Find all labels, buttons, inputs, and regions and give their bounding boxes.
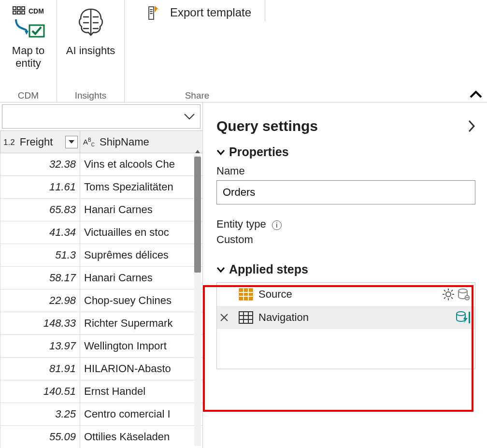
entity-type-label: Entity type i (216, 218, 475, 231)
step-name-label: Source (258, 288, 437, 301)
column-name-freight: Freight (20, 136, 53, 148)
query-settings-title: Query settings (216, 118, 318, 134)
table-row[interactable]: 140.51Ernst Handel (0, 380, 203, 403)
table-row[interactable]: 32.38Vins et alcools Che (0, 153, 203, 176)
column-header-freight[interactable]: 1.2 Freight (0, 131, 80, 153)
applied-step-source[interactable]: Source (217, 283, 475, 306)
data-table-wrap: 1.2 Freight ABC ShipName 32.38Vin (0, 130, 202, 448)
info-icon[interactable]: i (272, 220, 282, 230)
svg-text:CDM: CDM (29, 7, 44, 15)
dynamic-source-icon (456, 311, 470, 324)
collapse-ribbon-button[interactable] (470, 90, 482, 99)
svg-rect-2 (22, 7, 25, 10)
query-settings-pane: Query settings Properties Name Entity ty… (203, 102, 487, 448)
chevron-right-icon[interactable] (468, 120, 475, 132)
divider (265, 0, 265, 21)
svg-rect-1 (17, 7, 20, 10)
ai-insights-button[interactable]: AI insights (64, 1, 117, 57)
query-name-input[interactable] (216, 180, 475, 204)
map-to-entity-icon: CDM (9, 3, 48, 42)
table-row[interactable]: 3.25Centro comercial I (0, 403, 203, 426)
svg-rect-4 (17, 11, 20, 14)
properties-section-toggle[interactable]: Properties (216, 145, 475, 159)
brain-icon (72, 3, 110, 42)
delete-step-button[interactable] (220, 313, 233, 322)
column-name-shipname: ShipName (100, 136, 149, 148)
ribbon-group-cdm: CDM Map to entity CDM (0, 0, 57, 102)
ai-insights-label: AI insights (66, 44, 115, 57)
name-label: Name (216, 165, 475, 177)
formula-bar[interactable] (2, 104, 201, 129)
ribbon-group-label-share: Share (185, 90, 210, 102)
export-template-icon (146, 3, 165, 22)
svg-rect-12 (239, 289, 253, 300)
export-template-button[interactable]: Export template (141, 1, 253, 22)
table-row[interactable]: 22.98Chop-suey Chines (0, 289, 203, 312)
table-row[interactable]: 81.91HILARION-Abasto (0, 358, 203, 380)
map-to-entity-label: Map to entity (4, 44, 53, 70)
decimal-type-icon: 1.2 (3, 138, 15, 147)
applied-steps-header: Applied steps (229, 262, 308, 276)
table-row[interactable]: 58.17Hanari Carnes (0, 267, 203, 289)
gear-icon[interactable] (442, 288, 455, 301)
table-row[interactable]: 41.34Victuailles en stoc (0, 221, 203, 244)
table-row[interactable]: 55.09Ottilies Käseladen (0, 426, 203, 448)
svg-point-26 (458, 289, 467, 293)
entity-type-value: Custom (216, 233, 475, 246)
table-row[interactable]: 11.61Toms Spezialitäten (0, 176, 203, 199)
step-name-label: Navigation (258, 311, 451, 324)
table-icon (238, 311, 254, 324)
svg-line-25 (451, 290, 453, 291)
chevron-down-icon (216, 149, 225, 156)
vertical-scrollbar[interactable] (194, 155, 201, 446)
svg-rect-5 (22, 11, 25, 14)
column-filter-freight[interactable] (65, 136, 78, 148)
svg-point-17 (446, 292, 451, 297)
data-preview-pane: 1.2 Freight ABC ShipName 32.38Vin (0, 102, 203, 448)
data-table[interactable]: 1.2 Freight ABC ShipName 32.38Vin (0, 130, 202, 448)
applied-steps-list: Source (216, 282, 475, 369)
chevron-down-icon[interactable] (184, 113, 195, 120)
table-row[interactable]: 51.3Suprêmes délices (0, 244, 203, 267)
dynamic-source-icon (458, 288, 470, 301)
scroll-thumb[interactable] (194, 157, 201, 273)
applied-step-navigation[interactable]: Navigation (217, 306, 475, 329)
svg-rect-3 (13, 11, 16, 14)
svg-point-34 (457, 312, 465, 316)
chevron-down-icon (216, 266, 225, 273)
svg-line-22 (444, 290, 445, 291)
svg-line-24 (444, 297, 445, 299)
export-template-label: Export template (170, 6, 251, 19)
ribbon-group-insights: AI insights Insights (57, 0, 125, 102)
applied-steps-section-toggle[interactable]: Applied steps (216, 262, 475, 276)
scroll-up-arrow-icon (195, 150, 200, 153)
ribbon: CDM Map to entity CDM (0, 0, 487, 102)
svg-line-23 (451, 297, 453, 299)
svg-rect-29 (239, 312, 253, 323)
table-orange-icon (238, 288, 254, 301)
table-row[interactable]: 13.97Wellington Import (0, 335, 203, 358)
map-to-entity-button[interactable]: CDM Map to entity (2, 1, 55, 70)
svg-rect-35 (469, 312, 470, 323)
table-row[interactable]: 65.83Hanari Carnes (0, 199, 203, 221)
ribbon-group-label-cdm: CDM (18, 90, 39, 102)
table-row[interactable]: 148.33Richter Supermark (0, 312, 203, 335)
text-type-icon: ABC (83, 138, 95, 146)
ribbon-group-share: Export template Share (125, 0, 270, 102)
column-header-shipname[interactable]: ABC ShipName (80, 131, 203, 153)
properties-header: Properties (229, 145, 289, 159)
ribbon-group-label-insights: Insights (75, 90, 106, 102)
svg-rect-0 (13, 7, 16, 10)
